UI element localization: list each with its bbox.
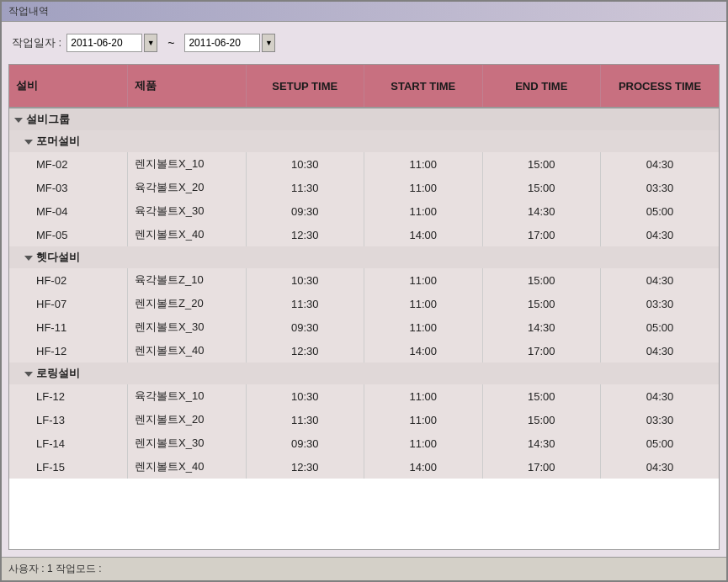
window-title: 작업내역 (8, 4, 49, 19)
setup-cell: 10:30 (246, 268, 364, 292)
product-cell: 렌지볼트X_30 (128, 431, 247, 455)
end-cell: 15:00 (482, 292, 601, 315)
status-bar: 사용자 : 1 작업모드 : (2, 557, 726, 580)
col-header-process: PROCESS TIME (601, 65, 720, 108)
title-bar: 작업내역 (2, 2, 726, 22)
table-row[interactable]: LF-13렌지볼트X_2011:3011:0015:0003:30 (9, 408, 719, 431)
start-cell: 14:00 (364, 455, 483, 479)
start-cell: 11:00 (364, 292, 483, 315)
product-cell: 육각볼트X_10 (128, 384, 247, 408)
start-cell: 11:00 (364, 315, 483, 339)
process-cell: 05:00 (601, 199, 720, 223)
setup-cell: 12:30 (246, 223, 364, 246)
end-cell: 17:00 (482, 455, 601, 479)
end-cell: 14:30 (482, 199, 601, 223)
to-date-arrow[interactable]: ▼ (262, 34, 275, 52)
data-table-container: 설비 제품 SETUP TIME START TIME END TIME PRO… (8, 64, 720, 550)
setup-cell: 09:30 (246, 315, 364, 339)
product-cell: 렌지볼트X_40 (128, 455, 247, 479)
product-cell: 렌지볼트X_40 (128, 223, 247, 246)
setup-cell: 12:30 (246, 455, 364, 479)
setup-cell: 09:30 (246, 431, 364, 455)
equip-cell: HF-02 (9, 268, 128, 292)
from-date-select: ▼ (66, 34, 157, 52)
product-cell: 렌지볼트Z_20 (128, 292, 247, 315)
process-cell: 05:00 (601, 315, 720, 339)
product-cell: 육각볼트X_30 (128, 199, 247, 223)
table-row[interactable]: LF-12육각볼트X_1010:3011:0015:0004:30 (9, 384, 719, 408)
group-name: 설비그룹 (9, 108, 719, 130)
table-row[interactable]: HF-02육각볼트Z_1010:3011:0015:0004:30 (9, 268, 719, 292)
to-date-input[interactable] (184, 34, 260, 52)
main-window: 작업내역 작업일자 : ▼ ~ ▼ 설비 제품 SETUP TIME (0, 0, 728, 582)
start-cell: 11:00 (364, 176, 483, 199)
equip-cell: MF-05 (9, 223, 128, 246)
product-cell: 렌지볼트X_20 (128, 408, 247, 431)
tilde-separator: ~ (167, 36, 174, 50)
col-header-start: START TIME (364, 65, 483, 108)
equip-cell: LF-15 (9, 455, 128, 479)
equip-cell: HF-07 (9, 292, 128, 315)
table-row[interactable]: MF-04육각볼트X_3009:3011:0014:3005:00 (9, 199, 719, 223)
group-row[interactable]: 설비그룹 (9, 108, 719, 130)
sub-group-row[interactable]: 포머설비 (9, 130, 719, 152)
end-cell: 17:00 (482, 339, 601, 362)
content-area: 작업일자 : ▼ ~ ▼ 설비 제품 SETUP TIME START TIME (2, 22, 726, 557)
process-cell: 04:30 (601, 268, 720, 292)
table-header-row: 설비 제품 SETUP TIME START TIME END TIME PRO… (9, 65, 719, 108)
equip-cell: MF-04 (9, 199, 128, 223)
setup-cell: 11:30 (246, 292, 364, 315)
table-row[interactable]: MF-03육각볼트X_2011:3011:0015:0003:30 (9, 176, 719, 199)
setup-cell: 12:30 (246, 339, 364, 362)
product-cell: 렌지볼트X_40 (128, 339, 247, 362)
start-cell: 14:00 (364, 223, 483, 246)
from-date-arrow[interactable]: ▼ (144, 34, 157, 52)
process-cell: 03:30 (601, 292, 720, 315)
end-cell: 15:00 (482, 152, 601, 176)
equip-cell: MF-02 (9, 152, 128, 176)
product-cell: 육각볼트X_20 (128, 176, 247, 199)
table-row[interactable]: HF-11렌지볼트X_3009:3011:0014:3005:00 (9, 315, 719, 339)
from-date-input[interactable] (66, 34, 142, 52)
start-cell: 11:00 (364, 431, 483, 455)
process-cell: 04:30 (601, 455, 720, 479)
equip-cell: LF-14 (9, 431, 128, 455)
sub-group-name: 헷다설비 (9, 246, 719, 268)
table-row[interactable]: MF-05렌지볼트X_4012:3014:0017:0004:30 (9, 223, 719, 246)
start-cell: 11:00 (364, 384, 483, 408)
status-text: 사용자 : 1 작업모드 : (8, 562, 102, 576)
process-cell: 03:30 (601, 408, 720, 431)
product-cell: 렌지볼트X_10 (128, 152, 247, 176)
end-cell: 15:00 (482, 176, 601, 199)
end-cell: 17:00 (482, 223, 601, 246)
start-cell: 11:00 (364, 199, 483, 223)
start-cell: 11:00 (364, 408, 483, 431)
table-row[interactable]: HF-07렌지볼트Z_2011:3011:0015:0003:30 (9, 292, 719, 315)
table-row[interactable]: MF-02렌지볼트X_1010:3011:0015:0004:30 (9, 152, 719, 176)
process-cell: 04:30 (601, 339, 720, 362)
setup-cell: 10:30 (246, 384, 364, 408)
setup-cell: 10:30 (246, 152, 364, 176)
end-cell: 15:00 (482, 268, 601, 292)
process-cell: 03:30 (601, 176, 720, 199)
sub-group-row[interactable]: 로링설비 (9, 362, 719, 384)
end-cell: 15:00 (482, 384, 601, 408)
product-cell: 렌지볼트X_30 (128, 315, 247, 339)
end-cell: 14:30 (482, 431, 601, 455)
table-row[interactable]: LF-15렌지볼트X_4012:3014:0017:0004:30 (9, 455, 719, 479)
end-cell: 14:30 (482, 315, 601, 339)
table-row[interactable]: LF-14렌지볼트X_3009:3011:0014:3005:00 (9, 431, 719, 455)
sub-group-row[interactable]: 헷다설비 (9, 246, 719, 268)
equip-cell: HF-12 (9, 339, 128, 362)
equip-cell: LF-12 (9, 384, 128, 408)
start-cell: 14:00 (364, 339, 483, 362)
process-cell: 04:30 (601, 384, 720, 408)
table-row[interactable]: HF-12렌지볼트X_4012:3014:0017:0004:30 (9, 339, 719, 362)
end-cell: 15:00 (482, 408, 601, 431)
equip-cell: MF-03 (9, 176, 128, 199)
process-cell: 05:00 (601, 431, 720, 455)
col-header-setup: SETUP TIME (246, 65, 364, 108)
equip-cell: LF-13 (9, 408, 128, 431)
process-cell: 04:30 (601, 223, 720, 246)
col-header-equip: 설비 (9, 65, 128, 108)
